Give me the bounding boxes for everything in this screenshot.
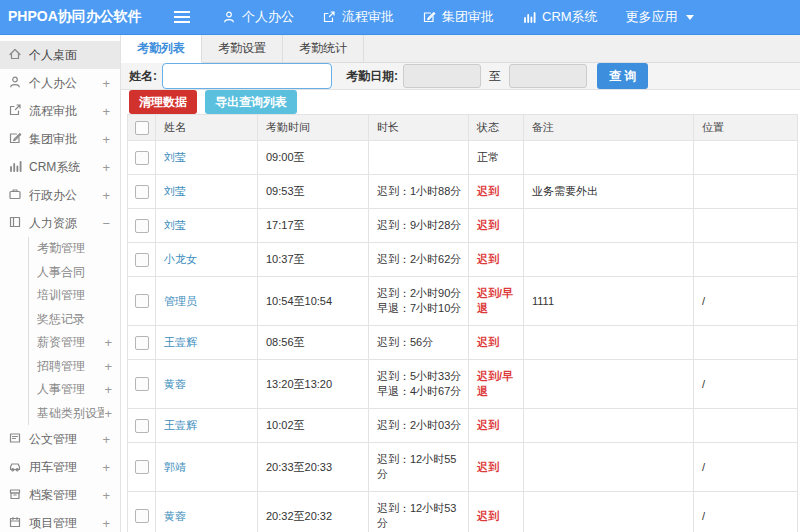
sidebar-item-attendance-mgmt[interactable]: 考勤管理 <box>28 237 120 261</box>
row-checkbox[interactable] <box>135 419 149 433</box>
status-badge: 迟到 <box>477 219 499 231</box>
nav-item-label: 集团审批 <box>442 8 494 26</box>
status-cell: 迟到 <box>469 209 524 243</box>
duration-cell <box>369 141 469 175</box>
location-cell <box>694 326 798 360</box>
status-badge: 迟到/早退 <box>477 370 513 397</box>
sidebar-item-admin-office[interactable]: 行政办公+ <box>0 181 120 209</box>
row-checkbox-cell <box>128 360 156 409</box>
row-checkbox[interactable] <box>135 151 149 165</box>
employee-name-link[interactable]: 刘莹 <box>164 151 186 163</box>
row-checkbox[interactable] <box>135 253 149 267</box>
remark-cell: 1111 <box>524 277 694 326</box>
employee-name-link[interactable]: 刘莹 <box>164 185 186 197</box>
expand-icon: + <box>102 432 112 447</box>
employee-name-link[interactable]: 黄蓉 <box>164 378 186 390</box>
sidebar-item-salary-mgmt[interactable]: 薪资管理+ <box>28 331 120 355</box>
sidebar-item-group-approval[interactable]: 集团审批+ <box>0 125 120 153</box>
sidebar-item-document-mgmt[interactable]: 公文管理+ <box>0 425 120 453</box>
table-row: 刘莹17:17至迟到：9小时28分迟到 <box>128 209 798 243</box>
duration-cell: 迟到：2小时03分 <box>369 409 469 443</box>
status-cell: 迟到/早退 <box>469 277 524 326</box>
sidebar-item-label: 行政办公 <box>29 187 77 204</box>
menu-toggle-button[interactable] <box>160 16 200 18</box>
employee-name-link[interactable]: 刘莹 <box>164 219 186 231</box>
sidebar-item-vehicle-mgmt[interactable]: 用车管理+ <box>0 453 120 481</box>
tab-attendance-list[interactable]: 考勤列表 <box>121 35 202 63</box>
nav-item-personal-office[interactable]: 个人办公 <box>222 8 294 26</box>
time-cell: 20:33至20:33 <box>258 443 369 492</box>
tab-attendance-stats[interactable]: 考勤统计 <box>283 35 364 62</box>
name-input[interactable] <box>162 63 332 89</box>
employee-name-link[interactable]: 王壹辉 <box>164 336 197 348</box>
edit-icon <box>422 10 436 24</box>
sidebar-item-personnel-mgmt[interactable]: 人事管理+ <box>28 378 120 402</box>
app-logo: PHPOA协同办公软件 <box>0 8 160 26</box>
sidebar-item-desktop[interactable]: 个人桌面 <box>0 41 120 69</box>
sidebar-item-crm[interactable]: CRM系统+ <box>0 153 120 181</box>
select-all-checkbox[interactable] <box>135 121 149 135</box>
duration-cell: 迟到：9小时28分 <box>369 209 469 243</box>
status-badge: 迟到 <box>477 510 499 522</box>
employee-name-link[interactable]: 黄蓉 <box>164 510 186 522</box>
status-cell: 迟到 <box>469 326 524 360</box>
location-cell: / <box>694 443 798 492</box>
sidebar-item-training-mgmt[interactable]: 培训管理 <box>28 284 120 308</box>
sidebar-item-project-mgmt[interactable]: 项目管理+ <box>0 509 120 532</box>
row-checkbox[interactable] <box>135 509 149 523</box>
sidebar-item-label: 个人办公 <box>29 75 77 92</box>
query-button[interactable]: 查 询 <box>597 63 648 89</box>
time-cell: 09:53至 <box>258 175 369 209</box>
date-from-input[interactable] <box>403 64 481 88</box>
column-header: 备注 <box>524 115 694 141</box>
sidebar-item-workflow-approval[interactable]: 流程审批+ <box>0 97 120 125</box>
row-checkbox[interactable] <box>135 219 149 233</box>
column-header: 考勤时间 <box>258 115 369 141</box>
sidebar-item-label: 个人桌面 <box>29 47 77 64</box>
action-bar: 清理数据 导出查询列表 <box>121 90 800 114</box>
row-checkbox[interactable] <box>135 336 149 350</box>
nav-item-group-approval[interactable]: 集团审批 <box>422 8 494 26</box>
time-cell: 10:54至10:54 <box>258 277 369 326</box>
sidebar-item-archive-mgmt[interactable]: 档案管理+ <box>0 481 120 509</box>
sidebar-item-label: 基础类别设置 <box>37 405 104 422</box>
employee-name-link[interactable]: 小龙女 <box>164 253 197 265</box>
status-cell: 迟到 <box>469 409 524 443</box>
location-cell <box>694 175 798 209</box>
date-to-input[interactable] <box>509 64 587 88</box>
row-checkbox[interactable] <box>135 460 149 474</box>
remark-cell <box>524 409 694 443</box>
status-badge: 迟到 <box>477 185 499 197</box>
sidebar-item-hr[interactable]: 人力资源− <box>0 209 120 237</box>
employee-name-link[interactable]: 王壹辉 <box>164 419 197 431</box>
nav-item-more-apps[interactable]: 更多应用 <box>626 8 694 26</box>
row-checkbox[interactable] <box>135 377 149 391</box>
sidebar-item-personal-office[interactable]: 个人办公+ <box>0 69 120 97</box>
export-list-button[interactable]: 导出查询列表 <box>205 90 297 114</box>
row-checkbox[interactable] <box>135 294 149 308</box>
nav-item-crm[interactable]: CRM系统 <box>522 8 598 26</box>
status-cell: 迟到 <box>469 443 524 492</box>
clean-data-button[interactable]: 清理数据 <box>129 90 197 114</box>
duration-cell: 迟到：56分 <box>369 326 469 360</box>
row-checkbox[interactable] <box>135 185 149 199</box>
flow-icon <box>8 103 22 120</box>
doc-icon <box>8 431 22 448</box>
sidebar-item-hr-contract[interactable]: 人事合同 <box>28 261 120 285</box>
nav-item-workflow-approval[interactable]: 流程审批 <box>322 8 394 26</box>
table-row: 刘莹09:00至正常 <box>128 141 798 175</box>
sidebar-item-label: 人事管理 <box>37 381 85 398</box>
calendar-icon <box>8 515 22 532</box>
employee-name-link[interactable]: 管理员 <box>164 295 197 307</box>
sidebar-item-base-category[interactable]: 基础类别设置+ <box>28 402 120 426</box>
sidebar-item-reward-record[interactable]: 奖惩记录 <box>28 308 120 332</box>
briefcase-icon <box>8 187 22 204</box>
attendance-table: 姓名考勤时间时长状态备注位置 刘莹09:00至正常刘莹09:53至迟到：1小时8… <box>127 114 798 532</box>
employee-name-link[interactable]: 郭靖 <box>164 461 186 473</box>
row-checkbox-cell <box>128 492 156 532</box>
sidebar-item-recruit-mgmt[interactable]: 招聘管理+ <box>28 355 120 379</box>
chart-icon <box>8 159 22 176</box>
sidebar-item-label: 奖惩记录 <box>37 311 85 328</box>
remark-cell <box>524 141 694 175</box>
tab-attendance-settings[interactable]: 考勤设置 <box>202 35 283 62</box>
